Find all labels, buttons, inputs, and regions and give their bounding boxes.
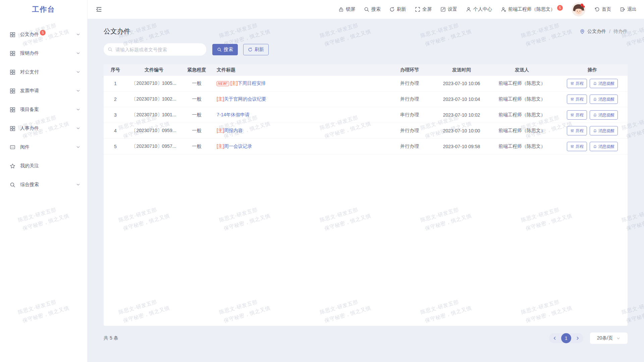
sidebar-item-hr-affairs[interactable]: 人事办件 xyxy=(0,119,87,138)
sidebar-item-project-filing[interactable]: 项目备案 xyxy=(0,100,87,119)
cell-doc-no: 〔20230710〕1001... xyxy=(127,112,181,118)
location-pin-icon xyxy=(580,29,585,34)
document-title-link[interactable]: 周一会议记录 xyxy=(224,143,252,149)
cell-actions: 历程 消息提醒 xyxy=(557,126,628,135)
lock-screen-button[interactable]: 锁屏 xyxy=(338,6,355,12)
history-button[interactable]: 历程 xyxy=(567,110,587,120)
sidebar-item-label: 综合搜索 xyxy=(20,182,39,188)
user-role-label: 前端工程师（陈思文） xyxy=(508,6,555,12)
cell-sender: 前端工程师（陈思文） xyxy=(487,128,557,134)
notify-button[interactable]: 消息提醒 xyxy=(590,142,618,151)
search-input[interactable] xyxy=(115,47,202,52)
fullscreen-icon xyxy=(415,7,420,12)
sidebar-item-invoice-request[interactable]: 发票申请 xyxy=(0,81,87,100)
profile-button[interactable]: 个人中心 xyxy=(466,6,492,12)
sidebar-item-my-follows[interactable]: 我的关注 xyxy=(0,157,87,175)
history-button[interactable]: 历程 xyxy=(567,142,587,151)
sidebar-item-reimbursement[interactable]: 报销办件 xyxy=(0,44,87,63)
cell-step: 并行办理 xyxy=(383,80,436,86)
sliders-icon xyxy=(570,97,574,101)
sidebar-item-label: 公文办件 xyxy=(20,32,39,38)
current-page[interactable]: 1 xyxy=(561,333,571,343)
cell-sender: 前端工程师（陈思文） xyxy=(487,143,557,149)
history-button[interactable]: 历程 xyxy=(567,79,587,88)
home-button[interactable]: 首页 xyxy=(594,6,611,12)
cell-time: 2023-07-10 10:04 xyxy=(436,97,487,102)
sidebar-item-official-docs[interactable]: 公文办件 5 xyxy=(0,25,87,44)
cell-step: 并行办理 xyxy=(383,143,436,149)
notify-button[interactable]: 消息提醒 xyxy=(590,110,618,120)
header-user[interactable]: 前端工程师（陈思文） 5 xyxy=(501,6,563,12)
history-button[interactable]: 历程 xyxy=(567,95,587,104)
user-notification-badge: 5 xyxy=(557,5,563,11)
home-back-icon xyxy=(594,7,600,12)
refresh-button[interactable]: 刷新 xyxy=(243,44,269,55)
prev-page-button[interactable] xyxy=(552,336,557,341)
refresh-icon xyxy=(389,7,395,12)
chevron-down-icon xyxy=(76,126,80,131)
document-title-link[interactable]: 关于官网的会议纪要 xyxy=(224,96,266,102)
doc-tag: [主] xyxy=(217,143,224,149)
cell-title: NEW! [主] 下周日程安排 xyxy=(213,80,383,86)
page-size-select[interactable]: 20条/页 xyxy=(590,333,628,344)
history-button[interactable]: 历程 xyxy=(567,126,587,135)
page-title: 公文办件 xyxy=(104,27,130,36)
header-menu: 锁屏搜索刷新全屏设置个人中心 前端工程师（陈思文） 5 xyxy=(338,2,637,16)
sliders-icon xyxy=(570,144,574,148)
document-title-link[interactable]: 下周日程安排 xyxy=(237,80,266,86)
cell-actions: 历程 消息提醒 xyxy=(557,95,628,104)
document-title-link[interactable]: 周报内容 xyxy=(224,128,243,134)
settings-button[interactable]: 设置 xyxy=(440,6,457,12)
bell-icon xyxy=(593,113,597,117)
chevron-down-icon xyxy=(76,145,80,149)
search-button[interactable]: 搜索 xyxy=(212,44,238,55)
cell-step: 并行办理 xyxy=(383,128,436,134)
cell-time: 2023-07-10 09:58 xyxy=(436,144,487,149)
notify-button[interactable]: 消息提醒 xyxy=(590,95,618,104)
notify-button[interactable]: 消息提醒 xyxy=(590,79,618,88)
logout-button[interactable]: 退出 xyxy=(620,6,637,12)
fullscreen-button[interactable]: 全屏 xyxy=(415,6,432,12)
notify-button[interactable]: 消息提醒 xyxy=(590,126,618,135)
table-row: 2 〔20230710〕1002... 一般 [主] 关于官网的会议纪要 并行办… xyxy=(104,92,628,107)
comment-icon xyxy=(10,144,15,150)
collapse-sidebar-icon[interactable] xyxy=(96,6,102,13)
user-icon xyxy=(466,7,471,12)
cell-index: 4 xyxy=(104,128,127,133)
search-icon xyxy=(364,7,369,12)
sidebar-item-read-items[interactable]: 阅件 xyxy=(0,138,87,157)
cell-time: 2023-07-10 10:06 xyxy=(436,81,487,86)
column-header: 发送时间 xyxy=(436,67,487,73)
sidebar-item-global-search[interactable]: 综合搜索 xyxy=(0,175,87,194)
cell-doc-no: 〔20230710〕1005... xyxy=(127,80,181,86)
breadcrumb-root[interactable]: 公文办件 xyxy=(587,28,606,35)
chevron-down-icon xyxy=(76,51,80,56)
sidebar-item-label: 对公支付 xyxy=(20,69,39,75)
cell-urgency: 一般 xyxy=(181,128,213,134)
sliders-icon xyxy=(570,81,574,85)
document-title-link[interactable]: 7-14年休假申请 xyxy=(217,112,250,118)
cell-sender: 前端工程师（陈思文） xyxy=(487,96,557,102)
breadcrumb-current: 待办件 xyxy=(613,28,628,35)
new-badge: NEW! xyxy=(217,81,229,86)
column-header: 办理环节 xyxy=(383,67,436,73)
chevron-down-icon xyxy=(76,32,80,37)
search-button[interactable]: 搜索 xyxy=(364,6,381,12)
refresh-button[interactable]: 刷新 xyxy=(389,6,406,12)
search-icon xyxy=(10,182,15,188)
pagination: 1 20条/页 xyxy=(549,333,628,344)
cell-index: 3 xyxy=(104,112,127,118)
user-avatar[interactable] xyxy=(572,2,586,16)
main-content: 公文办件 公文办件 / 待办件 xyxy=(88,19,644,362)
table-footer: 共 5 条 1 20条/页 xyxy=(104,333,628,344)
sidebar-item-corporate-payment[interactable]: 对公支付 xyxy=(0,63,87,81)
bell-icon xyxy=(593,97,597,101)
cell-doc-no: 〔20230710〕0959... xyxy=(127,128,181,134)
next-page-button[interactable] xyxy=(575,336,580,341)
cell-actions: 历程 消息提醒 xyxy=(557,142,628,151)
edit-icon xyxy=(440,7,446,12)
grid-icon xyxy=(10,69,15,75)
lock-icon xyxy=(338,7,344,12)
grid-icon xyxy=(10,88,15,94)
bell-icon xyxy=(593,81,597,85)
